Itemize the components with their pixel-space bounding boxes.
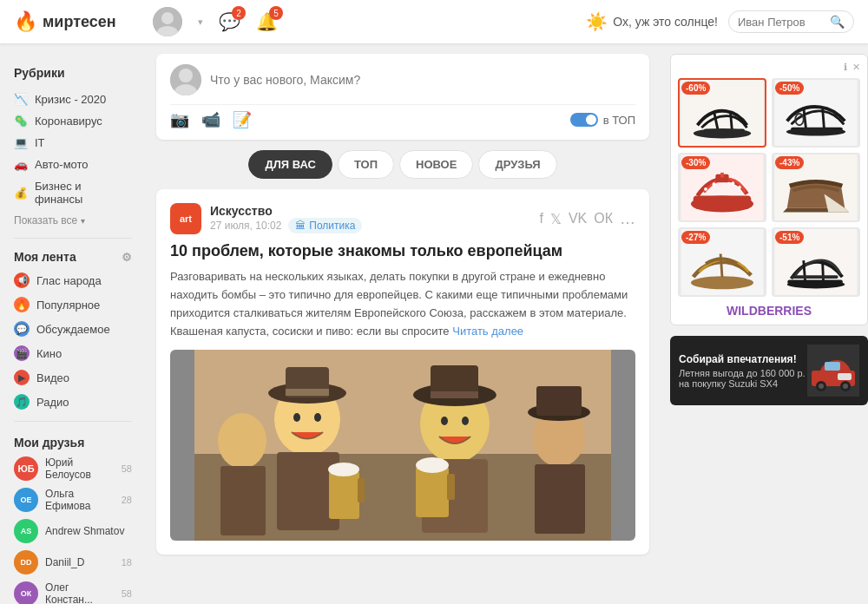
tab-friends[interactable]: ДРУЗЬЯ (478, 150, 556, 179)
sidebar-item-it[interactable]: 💻 IT (0, 132, 146, 154)
article-title[interactable]: 10 проблем, которые знакомы только европ… (170, 241, 635, 261)
video-tool-icon[interactable]: 📹 (201, 110, 220, 129)
ad-info-icon[interactable]: ℹ (844, 62, 847, 73)
ok-icon[interactable]: ОК (594, 211, 613, 226)
friend-item-2[interactable]: ОЕ Ольга Ефимова 28 (0, 484, 146, 515)
friend-count-5: 58 (122, 588, 132, 599)
feed-item-peoples-voice-label: Глас народа (36, 274, 102, 287)
friend-name-4: Daniil_D (45, 556, 115, 568)
svg-point-53 (691, 276, 753, 289)
svg-rect-63 (838, 373, 852, 380)
messages-button[interactable]: 💬 2 (219, 11, 240, 32)
ad-item-1[interactable]: -60% (678, 78, 766, 148)
header: 🔥 миртесен ▾ 💬 2 🔔 5 ☀️ Ох, уж это солнц… (0, 0, 868, 43)
article-tag[interactable]: 🏛 Политика (288, 218, 362, 233)
chevron-down-icon: ▾ (81, 216, 85, 226)
weather-icon: ☀️ (586, 11, 608, 32)
top-toggle[interactable]: в ТОП (570, 113, 635, 127)
sidebar-item-business[interactable]: 💰 Бизнес и финансы (0, 175, 146, 210)
sidebar-item-corona[interactable]: 🦠 Коронавирус (0, 110, 146, 132)
feed-item-kino[interactable]: 🎬 Кино (0, 341, 146, 365)
more-icon[interactable]: … (620, 210, 635, 228)
svg-point-39 (786, 128, 845, 136)
ad-close-button[interactable]: ✕ (852, 62, 860, 73)
sidebar-item-crisis-label: Кризис - 2020 (35, 93, 106, 106)
logo-text: миртесен (43, 13, 116, 31)
ad-item-3[interactable]: -30% (678, 153, 766, 222)
user-avatar-button[interactable] (153, 7, 182, 36)
photo-tool-icon[interactable]: 📷 (170, 110, 189, 129)
video-icon: ▶ (14, 370, 30, 385)
svg-rect-24 (447, 474, 455, 500)
header-right: ☀️ Ох, уж это солнце! 🔍 (586, 10, 854, 33)
tab-new[interactable]: НОВОЕ (399, 150, 473, 179)
friend-item-5[interactable]: ОК Олег Констан... 58 (0, 578, 146, 604)
discount-badge-1: -60% (681, 82, 710, 95)
logo-flame-icon: 🔥 (14, 10, 37, 33)
channel-avatar[interactable]: art (170, 203, 201, 234)
sidebar-item-corona-label: Коронавирус (35, 115, 102, 128)
popular-icon: 🔥 (14, 297, 30, 312)
creator-avatar (170, 64, 201, 95)
sidebar-item-business-label: Бизнес и финансы (35, 180, 132, 206)
article-text-content: Разговаривать на нескольких языках, дела… (170, 270, 628, 337)
sidebar-divider-2 (14, 421, 132, 422)
tab-top[interactable]: ТОП (338, 150, 394, 179)
vk-icon[interactable]: VK (569, 211, 587, 226)
feed-item-radio[interactable]: 🎵 Радио (0, 390, 146, 414)
search-input[interactable] (738, 16, 825, 29)
friend-item-4[interactable]: DD Daniil_D 18 (0, 547, 146, 578)
feed-item-video[interactable]: ▶ Видео (0, 365, 146, 390)
facebook-icon[interactable]: f (539, 211, 542, 226)
left-sidebar: Рубрики 📉 Кризис - 2020 🦠 Коронавирус 💻 … (0, 54, 146, 604)
feed-item-peoples-voice[interactable]: 📢 Глас народа (0, 268, 146, 292)
feed-item-popular[interactable]: 🔥 Популярное (0, 292, 146, 317)
toggle-knob (586, 115, 596, 125)
discount-badge-2: -50% (775, 82, 804, 95)
discount-badge-4: -43% (775, 156, 804, 169)
friend-avatar-4: DD (14, 550, 38, 574)
post-creator: 📷 📹 📝 в ТОП (156, 54, 649, 140)
peoples-voice-icon: 📢 (14, 272, 30, 288)
kino-icon: 🎬 (14, 345, 30, 361)
feed-item-discussed-label: Обсуждаемое (36, 323, 110, 336)
wildberries-ad: ℹ ✕ (670, 54, 868, 325)
channel-name[interactable]: Искусство (210, 204, 362, 218)
svg-rect-22 (416, 467, 449, 517)
auto-icon: 🚗 (14, 158, 28, 171)
tab-for-you[interactable]: ДЛЯ ВАС (248, 150, 332, 179)
ad-item-2[interactable]: -50% (772, 78, 860, 148)
sidebar-item-crisis[interactable]: 📉 Кризис - 2020 (0, 89, 146, 110)
post-input[interactable] (210, 73, 635, 87)
text-tool-icon[interactable]: 📝 (233, 110, 252, 129)
right-sidebar: ℹ ✕ (660, 54, 868, 604)
sidebar-item-auto[interactable]: 🚗 Авто-мото (0, 154, 146, 175)
ad-grid: -60% (678, 78, 860, 297)
ad-item-6[interactable]: -51% (772, 227, 860, 297)
toggle-switch[interactable] (570, 113, 598, 127)
svg-point-28 (441, 417, 448, 425)
discount-badge-3: -30% (681, 156, 710, 169)
twitter-icon[interactable]: 𝕏 (550, 211, 562, 227)
notifications-button[interactable]: 🔔 5 (256, 11, 278, 32)
search-box[interactable]: 🔍 (728, 10, 854, 33)
friend-name-5: Олег Констан... (45, 581, 115, 604)
friend-item-3[interactable]: AS Andrew Shmatov (0, 515, 146, 547)
logo-area[interactable]: 🔥 миртесен (14, 10, 153, 33)
ad-item-4[interactable]: -43% (772, 153, 860, 222)
gear-icon[interactable]: ⚙ (122, 251, 132, 264)
tag-icon: 🏛 (295, 220, 306, 232)
ad-item-5[interactable]: -27% (678, 227, 766, 297)
read-more-link[interactable]: Читать далее (452, 325, 523, 338)
main-layout: Рубрики 📉 Кризис - 2020 🦠 Коронавирус 💻 … (0, 43, 868, 604)
feed-item-radio-label: Радио (36, 396, 69, 409)
article-meta: art Искусство 27 июля, 10:02 🏛 Политика (170, 203, 362, 234)
avatar-chevron-icon[interactable]: ▾ (198, 16, 203, 28)
article-card: art Искусство 27 июля, 10:02 🏛 Политика (156, 189, 649, 555)
feed-item-discussed[interactable]: 💬 Обсуждаемое (0, 317, 146, 341)
search-icon[interactable]: 🔍 (830, 15, 845, 29)
car-ad-banner[interactable]: Собирай впечатления! Летняя выгода до 16… (670, 336, 868, 405)
show-all-rubrics[interactable]: Показать все ▾ (0, 210, 146, 231)
wildberries-brand[interactable]: WILDBERRIES (678, 304, 860, 318)
friend-item-1[interactable]: ЮБ Юрий Белоусов 58 (0, 453, 146, 484)
